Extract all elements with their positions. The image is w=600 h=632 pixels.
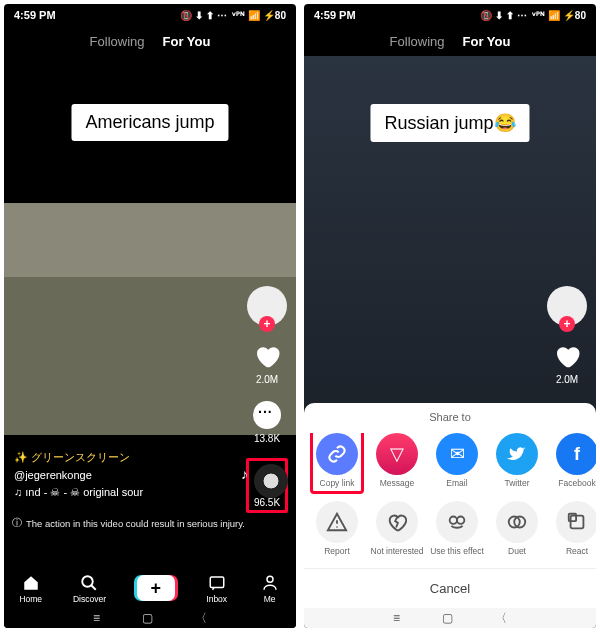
nav-back-icon[interactable]: 〈 — [495, 610, 507, 627]
status-time: 4:59 PM — [14, 9, 56, 21]
tab-foryou[interactable]: For You — [163, 34, 211, 49]
share-row-apps: Copy link ▽ Message ✉ Email Twitter f Fa… — [304, 433, 596, 500]
tab-discover[interactable]: Discover — [73, 573, 106, 604]
home-icon — [20, 573, 42, 593]
message-icon: ▽ — [376, 433, 418, 475]
svg-point-4 — [457, 516, 464, 523]
feed-tabs: Following For You — [4, 26, 296, 56]
feed-tabs: Following For You — [304, 26, 596, 56]
create-button[interactable]: + — [137, 575, 175, 601]
music-note-icon: ♪ — [241, 466, 248, 482]
creator-avatar[interactable]: + — [547, 286, 587, 326]
action-not-interested[interactable]: Not interested — [370, 501, 424, 556]
inbox-icon — [206, 573, 228, 593]
like-button[interactable]: 2.0M — [551, 340, 583, 385]
like-button[interactable]: 2.0M — [251, 340, 283, 385]
action-use-effect[interactable]: Use this effect — [430, 501, 484, 556]
broken-heart-icon — [376, 501, 418, 543]
action-react[interactable]: React — [550, 501, 596, 556]
report-icon — [316, 501, 358, 543]
heart-icon — [552, 341, 582, 371]
sound-disc[interactable] — [254, 464, 288, 498]
caption-text: Russian jump — [384, 113, 493, 133]
share-twitter[interactable]: Twitter — [490, 433, 544, 488]
tab-home[interactable]: Home — [19, 573, 42, 604]
nav-home-icon[interactable]: ▢ — [142, 611, 153, 625]
share-row-actions: Report Not interested Use this effect Du… — [304, 501, 596, 568]
follow-plus-icon[interactable]: + — [259, 316, 275, 332]
svg-point-0 — [83, 576, 94, 587]
status-bar: 4:59 PM 📵 ⬇ ⬆ ⋯ ᵛᴾᴺ 📶 ⚡80 — [4, 4, 296, 26]
share-message[interactable]: ▽ Message — [370, 433, 424, 488]
tab-home-label: Home — [19, 594, 42, 604]
safety-warning: ⓘ The action in this video could result … — [12, 517, 288, 530]
action-label: React — [566, 547, 588, 556]
tab-following[interactable]: Following — [390, 34, 445, 49]
caption-text: Americans jump — [85, 112, 214, 132]
share-copy-link[interactable]: Copy link — [310, 433, 364, 493]
share-facebook[interactable]: f Facebook — [550, 433, 596, 488]
warning-icon: ⓘ — [12, 517, 22, 530]
action-label: Use this effect — [430, 547, 484, 556]
tab-me[interactable]: Me — [259, 573, 281, 604]
search-icon — [78, 573, 100, 593]
creator-avatar[interactable]: + — [247, 286, 287, 326]
video-meta: ✨ グリーンスクリーン @jegerenkonge ♫ ınd - ☠ - ☠ … — [14, 449, 236, 502]
tab-following[interactable]: Following — [90, 34, 145, 49]
duet-icon — [496, 501, 538, 543]
facebook-icon: f — [556, 433, 596, 475]
tab-foryou[interactable]: For You — [463, 34, 511, 49]
react-icon — [556, 501, 596, 543]
laugh-emoji: 😂 — [494, 113, 516, 133]
share-label: Message — [380, 479, 415, 488]
share-label: Twitter — [504, 479, 529, 488]
action-duet[interactable]: Duet — [490, 501, 544, 556]
nav-home-icon[interactable]: ▢ — [442, 611, 453, 625]
share-sheet-title: Share to — [304, 411, 596, 423]
heart-icon — [252, 341, 282, 371]
svg-rect-1 — [210, 577, 224, 588]
tab-me-label: Me — [264, 594, 276, 604]
comment-icon — [253, 401, 281, 429]
share-sheet: Share to Copy link ▽ Message ✉ Email Twi… — [304, 403, 596, 608]
status-time: 4:59 PM — [314, 9, 356, 21]
nav-menu-icon[interactable]: ≡ — [93, 611, 100, 625]
like-count: 2.0M — [556, 374, 578, 385]
sound-marquee[interactable]: ♫ ınd - ☠ - ☠ original sour — [14, 484, 236, 502]
share-email[interactable]: ✉ Email — [430, 433, 484, 488]
follow-plus-icon[interactable]: + — [559, 316, 575, 332]
bottom-tabbar: Home Discover + Inbox Me — [4, 568, 296, 608]
phone-right: 4:59 PM 📵 ⬇ ⬆ ⋯ ᵛᴾᴺ 📶 ⚡80 Following For … — [304, 4, 596, 628]
status-bar: 4:59 PM 📵 ⬇ ⬆ ⋯ ᵛᴾᴺ 📶 ⚡80 — [304, 4, 596, 26]
video-area[interactable]: Americans jump + 2.0M 13.8K 96.5K ✨ グリーン… — [4, 56, 296, 582]
action-rail: + 2.0M — [544, 286, 590, 385]
twitter-icon — [496, 433, 538, 475]
effect-tag[interactable]: ✨ グリーンスクリーン — [14, 449, 236, 467]
comment-count: 13.8K — [254, 433, 280, 444]
creator-handle[interactable]: @jegerenkonge — [14, 467, 236, 485]
status-icons: 📵 ⬇ ⬆ ⋯ ᵛᴾᴺ 📶 ⚡80 — [480, 10, 586, 21]
svg-point-2 — [267, 576, 273, 582]
comment-button[interactable]: 13.8K — [251, 399, 283, 444]
video-caption-overlay: Russian jump😂 — [370, 104, 529, 142]
nav-menu-icon[interactable]: ≡ — [393, 611, 400, 625]
tab-inbox-label: Inbox — [206, 594, 227, 604]
effect-icon — [436, 501, 478, 543]
warning-text: The action in this video could result in… — [26, 518, 245, 529]
svg-point-3 — [450, 516, 457, 523]
action-label: Not interested — [371, 547, 424, 556]
android-nav: ≡ ▢ 〈 — [4, 608, 296, 628]
action-report[interactable]: Report — [310, 501, 364, 556]
video-caption-overlay: Americans jump — [71, 104, 228, 141]
share-cancel[interactable]: Cancel — [304, 568, 596, 608]
tab-inbox[interactable]: Inbox — [206, 573, 228, 604]
nav-back-icon[interactable]: 〈 — [195, 610, 207, 627]
like-count: 2.0M — [256, 374, 278, 385]
share-label: Email — [446, 479, 467, 488]
share-count: 96.5K — [254, 497, 280, 508]
email-icon: ✉ — [436, 433, 478, 475]
profile-icon — [259, 573, 281, 593]
share-label: Facebook — [558, 479, 595, 488]
action-label: Duet — [508, 547, 526, 556]
phone-left: 4:59 PM 📵 ⬇ ⬆ ⋯ ᵛᴾᴺ 📶 ⚡80 Following For … — [4, 4, 296, 628]
